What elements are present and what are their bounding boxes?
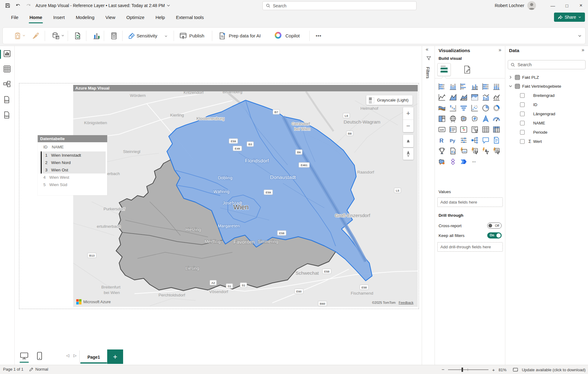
viz-type-gauge-icon[interactable] xyxy=(492,114,501,123)
table-row[interactable]: 3Wien Ost xyxy=(41,166,106,174)
table-row[interactable]: 4Wien West xyxy=(41,174,106,181)
viz-type-stacked-column-chart-icon[interactable] xyxy=(448,82,458,91)
sensitivity-dropdown-icon[interactable] xyxy=(164,35,168,37)
viz-type-card-icon[interactable]: 123 xyxy=(437,125,447,134)
field-checkbox[interactable] xyxy=(520,139,525,144)
viz-type-100-stacked-area-chart-icon[interactable] xyxy=(470,93,479,101)
more-commands-icon[interactable]: ••• xyxy=(316,33,322,38)
zoom-in-button[interactable]: + xyxy=(492,367,495,372)
field-row-breitengrad[interactable]: Breitengrad xyxy=(505,91,588,100)
viz-type-line-and-stacked-column-chart-icon[interactable] xyxy=(481,93,490,101)
viz-type-100-stacked-column-chart-icon[interactable] xyxy=(492,82,501,91)
viz-type-matrix-icon[interactable] xyxy=(492,125,501,134)
map-pitch-button[interactable] xyxy=(403,135,413,147)
cross-report-toggle[interactable]: Off xyxy=(487,223,502,229)
viz-type-smart-narrative-icon[interactable] xyxy=(492,136,501,144)
chevron-right-icon[interactable] xyxy=(509,76,513,79)
collapse-ribbon-icon[interactable] xyxy=(578,34,582,37)
viz-type-metrics-icon[interactable] xyxy=(437,147,447,155)
map-zoom-out-button[interactable]: − xyxy=(403,120,413,132)
viz-type-azure-map-icon[interactable] xyxy=(481,114,490,123)
previous-page-icon[interactable]: ◁ xyxy=(66,353,69,358)
map-image[interactable]: B7L6B8E59E49B3B6E461E59L5B13E58E58E58A2S… xyxy=(73,91,418,307)
collapse-visualizations-icon[interactable]: » xyxy=(499,47,501,53)
viz-type-r-script-icon[interactable]: R xyxy=(437,136,447,144)
map-feedback-link[interactable]: Feedback xyxy=(399,301,413,304)
field-checkbox[interactable] xyxy=(520,121,525,125)
viz-type-stacked-area-chart-icon[interactable] xyxy=(459,93,468,101)
new-measure-icon[interactable] xyxy=(110,32,118,40)
page-tab[interactable]: Page1 xyxy=(80,352,107,362)
update-available-link[interactable]: Update available (click to download) xyxy=(522,368,586,372)
expand-filters-icon[interactable]: « xyxy=(426,47,428,52)
viz-type-button-slicer-icon[interactable] xyxy=(470,147,479,155)
zoom-slider[interactable] xyxy=(448,369,488,370)
maximize-button[interactable]: □ xyxy=(560,0,574,11)
viz-type-clustered-column-chart-icon[interactable] xyxy=(470,82,479,91)
filters-rail-label[interactable]: Filters xyxy=(425,67,430,78)
format-painter-icon[interactable] xyxy=(32,32,40,40)
keep-all-filters-toggle[interactable]: On xyxy=(487,232,502,239)
field-row-wert[interactable]: ΣWert xyxy=(505,137,588,146)
undo-icon[interactable] xyxy=(13,1,23,10)
sensitivity-label[interactable]: Sensitivity xyxy=(137,33,157,38)
field-checkbox[interactable] xyxy=(520,102,525,107)
map-content[interactable]: B7L6B8E59E49B3B6E461E59L5B13E58E58E58A2S… xyxy=(73,91,418,307)
viz-type-list-slicer-icon[interactable] xyxy=(492,147,501,155)
azure-map-visual[interactable]: Azure Map Visual xyxy=(73,85,418,307)
share-button[interactable]: Share xyxy=(554,13,585,22)
viz-type-custom-visual-icon[interactable] xyxy=(448,157,458,166)
data-table-node[interactable]: Fakt Vertriebsgebiete xyxy=(505,82,588,90)
viz-type-multi-row-card-icon[interactable] xyxy=(448,125,458,134)
field-checkbox[interactable] xyxy=(520,130,525,135)
viz-type-stacked-bar-chart-icon[interactable] xyxy=(437,82,447,91)
menu-view[interactable]: View xyxy=(105,13,116,21)
publish-icon[interactable] xyxy=(179,32,187,40)
field-row-längengrad[interactable]: Längengrad xyxy=(505,109,588,118)
field-row-periode[interactable]: Periode xyxy=(505,128,588,137)
prep-data-ai-label[interactable]: Prep data for AI xyxy=(229,33,261,38)
close-button[interactable]: × xyxy=(574,0,588,11)
viz-type-kpi-icon[interactable] xyxy=(459,125,468,134)
viz-type-100-stacked-bar-chart-icon[interactable] xyxy=(481,82,490,91)
build-visual-tab[interactable] xyxy=(437,63,451,76)
viz-type-new-slicer-icon[interactable] xyxy=(459,136,468,144)
refresh-icon[interactable] xyxy=(74,32,82,40)
get-data-icon[interactable] xyxy=(52,32,60,40)
viz-type-table-icon[interactable] xyxy=(481,125,490,134)
viz-type-ribbon-chart-icon[interactable] xyxy=(437,104,447,112)
table-row[interactable]: 5Wien Süd xyxy=(41,181,106,188)
viz-type-scatter-chart-icon[interactable] xyxy=(470,104,479,112)
field-checkbox[interactable] xyxy=(520,112,525,116)
menu-file[interactable]: File xyxy=(10,13,19,21)
field-row-name[interactable]: NAME xyxy=(505,118,588,128)
map-style-selector[interactable]: Grayscale (Light) xyxy=(366,95,413,105)
viz-type-slicer-icon[interactable] xyxy=(470,125,479,134)
map-zoom-in-button[interactable]: + xyxy=(403,107,413,120)
minimize-button[interactable]: — xyxy=(546,0,560,11)
viz-type-area-chart-icon[interactable] xyxy=(448,93,458,101)
viz-type-line-chart-icon[interactable] xyxy=(437,93,447,101)
prep-data-ai-icon[interactable] xyxy=(218,32,226,40)
copilot-label[interactable]: Copilot xyxy=(285,33,300,38)
account-name[interactable]: Robert Lochner xyxy=(495,3,524,8)
mobile-view-icon[interactable] xyxy=(37,352,42,361)
sensitivity-icon[interactable] xyxy=(128,32,136,40)
global-search-input[interactable]: Search xyxy=(262,1,417,10)
viz-type-filled-map-icon[interactable] xyxy=(459,114,468,123)
viz-type-map-icon[interactable] xyxy=(448,114,458,123)
model-view-icon[interactable] xyxy=(3,80,12,89)
field-checkbox[interactable] xyxy=(520,93,525,98)
viz-type-treemap-icon[interactable] xyxy=(437,114,447,123)
collapse-data-pane-icon[interactable]: » xyxy=(582,47,584,53)
viz-type-shape-map-icon[interactable] xyxy=(470,114,479,123)
table-row[interactable]: 2Wien Nord xyxy=(41,159,106,166)
table-view-icon[interactable] xyxy=(3,65,12,74)
tmdl-view-icon[interactable]: TMDL xyxy=(3,111,12,120)
data-table-node[interactable]: Fakt PLZ xyxy=(505,73,588,82)
add-page-button[interactable]: + xyxy=(107,349,123,364)
drill-through-field-well[interactable]: Add drill-through fields here xyxy=(437,242,503,252)
viz-type-pie-chart-icon[interactable] xyxy=(481,104,490,112)
format-visual-tab[interactable] xyxy=(461,63,474,76)
dax-query-view-icon[interactable]: DAX xyxy=(3,96,12,104)
